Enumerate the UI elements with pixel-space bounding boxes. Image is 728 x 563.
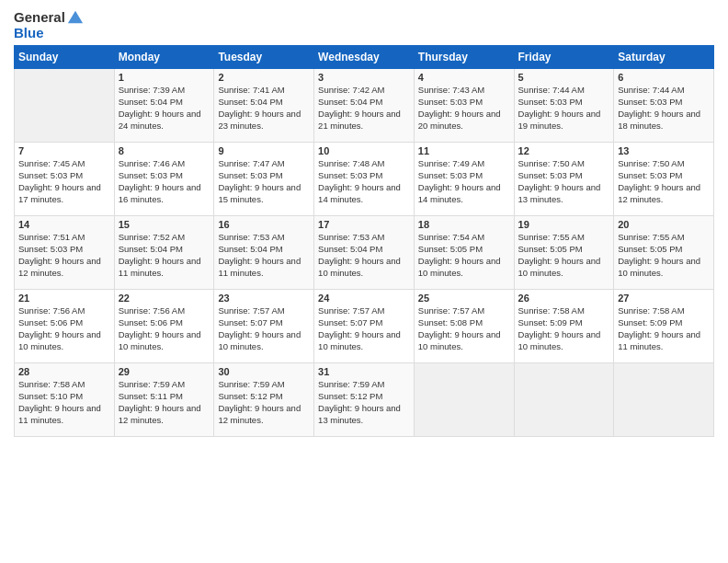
- daylight: Daylight: 9 hours and 14 minutes.: [318, 182, 401, 204]
- day-header-thursday: Thursday: [414, 45, 514, 68]
- daylight: Daylight: 9 hours and 10 minutes.: [618, 256, 700, 278]
- sunrise: Sunrise: 7:52 AM: [119, 232, 185, 242]
- calendar-week-4: 21 Sunrise: 7:56 AM Sunset: 5:06 PM Dayl…: [15, 289, 714, 362]
- sunrise: Sunrise: 7:47 AM: [218, 158, 284, 168]
- svg-marker-0: [68, 11, 83, 23]
- sunrise: Sunrise: 7:56 AM: [18, 305, 85, 316]
- sunrise: Sunrise: 7:53 AM: [218, 232, 284, 242]
- sunrise: Sunrise: 7:56 AM: [119, 305, 185, 316]
- day-number: 22: [119, 293, 210, 304]
- day-info: Sunrise: 7:55 AM Sunset: 5:05 PM Dayligh…: [518, 231, 610, 280]
- daylight: Daylight: 9 hours and 11 minutes.: [119, 256, 201, 278]
- day-info: Sunrise: 7:56 AM Sunset: 5:06 PM Dayligh…: [119, 304, 210, 353]
- calendar-cell: 6 Sunrise: 7:44 AM Sunset: 5:03 PM Dayli…: [614, 68, 714, 142]
- day-info: Sunrise: 7:59 AM Sunset: 5:12 PM Dayligh…: [218, 378, 310, 427]
- daylight: Daylight: 9 hours and 11 minutes.: [218, 256, 301, 278]
- day-number: 12: [518, 145, 610, 156]
- day-number: 18: [418, 219, 510, 230]
- daylight: Daylight: 9 hours and 10 minutes.: [318, 256, 401, 278]
- calendar-cell: 18 Sunrise: 7:54 AM Sunset: 5:05 PM Dayl…: [414, 215, 514, 289]
- calendar-cell: 9 Sunrise: 7:47 AM Sunset: 5:03 PM Dayli…: [214, 142, 314, 215]
- daylight: Daylight: 9 hours and 13 minutes.: [318, 403, 401, 425]
- day-info: Sunrise: 7:59 AM Sunset: 5:12 PM Dayligh…: [318, 378, 410, 427]
- sunrise: Sunrise: 7:59 AM: [119, 379, 185, 389]
- calendar-cell: 24 Sunrise: 7:57 AM Sunset: 5:07 PM Dayl…: [314, 289, 415, 362]
- daylight: Daylight: 9 hours and 15 minutes.: [218, 182, 301, 204]
- sunrise: Sunrise: 7:42 AM: [318, 85, 384, 95]
- calendar-cell: 14 Sunrise: 7:51 AM Sunset: 5:03 PM Dayl…: [15, 215, 115, 289]
- day-info: Sunrise: 7:52 AM Sunset: 5:04 PM Dayligh…: [119, 231, 210, 280]
- daylight: Daylight: 9 hours and 14 minutes.: [418, 182, 501, 204]
- sunset: Sunset: 5:03 PM: [618, 170, 682, 180]
- daylight: Daylight: 9 hours and 10 minutes.: [218, 329, 301, 351]
- day-number: 15: [119, 219, 210, 230]
- calendar-cell: 26 Sunrise: 7:58 AM Sunset: 5:09 PM Dayl…: [514, 289, 614, 362]
- sunset: Sunset: 5:05 PM: [618, 244, 682, 254]
- day-number: 3: [318, 72, 410, 83]
- day-number: 31: [318, 366, 410, 377]
- day-info: Sunrise: 7:48 AM Sunset: 5:03 PM Dayligh…: [318, 157, 410, 206]
- main-container: General Blue SundayMondayTuesdayWednesda…: [0, 0, 728, 563]
- daylight: Daylight: 9 hours and 10 minutes.: [119, 329, 201, 351]
- day-number: 23: [218, 293, 310, 304]
- sunrise: Sunrise: 7:50 AM: [518, 158, 585, 168]
- day-info: Sunrise: 7:47 AM Sunset: 5:03 PM Dayligh…: [218, 157, 310, 206]
- calendar-week-2: 7 Sunrise: 7:45 AM Sunset: 5:03 PM Dayli…: [15, 142, 714, 215]
- sunrise: Sunrise: 7:46 AM: [119, 158, 185, 168]
- day-number: 16: [218, 219, 310, 230]
- day-info: Sunrise: 7:57 AM Sunset: 5:07 PM Dayligh…: [318, 304, 410, 353]
- calendar-cell: 28 Sunrise: 7:58 AM Sunset: 5:10 PM Dayl…: [15, 362, 115, 436]
- calendar-cell: [614, 362, 714, 436]
- sunset: Sunset: 5:05 PM: [418, 244, 483, 254]
- calendar-cell: 20 Sunrise: 7:55 AM Sunset: 5:05 PM Dayl…: [614, 215, 714, 289]
- day-number: 13: [618, 145, 710, 156]
- sunrise: Sunrise: 7:49 AM: [418, 158, 484, 168]
- day-number: 30: [218, 366, 310, 377]
- day-info: Sunrise: 7:57 AM Sunset: 5:08 PM Dayligh…: [418, 304, 510, 353]
- sunset: Sunset: 5:11 PM: [119, 391, 183, 401]
- day-header-monday: Monday: [114, 45, 214, 68]
- sunset: Sunset: 5:03 PM: [518, 170, 583, 180]
- day-number: 8: [119, 145, 210, 156]
- sunset: Sunset: 5:03 PM: [418, 97, 483, 107]
- logo-blue: Blue: [14, 26, 84, 41]
- daylight: Daylight: 9 hours and 24 minutes.: [119, 109, 201, 131]
- calendar-table: SundayMondayTuesdayWednesdayThursdayFrid…: [14, 45, 714, 437]
- logo: General Blue: [14, 9, 714, 41]
- logo-general: General: [14, 10, 65, 26]
- day-number: 26: [518, 293, 610, 304]
- day-number: 2: [218, 72, 310, 83]
- calendar-cell: 7 Sunrise: 7:45 AM Sunset: 5:03 PM Dayli…: [15, 142, 115, 215]
- day-number: 24: [318, 293, 410, 304]
- daylight: Daylight: 9 hours and 20 minutes.: [418, 109, 501, 131]
- calendar-cell: 22 Sunrise: 7:56 AM Sunset: 5:06 PM Dayl…: [114, 289, 214, 362]
- day-info: Sunrise: 7:58 AM Sunset: 5:09 PM Dayligh…: [518, 304, 610, 353]
- days-header-row: SundayMondayTuesdayWednesdayThursdayFrid…: [15, 45, 714, 68]
- sunset: Sunset: 5:03 PM: [18, 244, 83, 254]
- daylight: Daylight: 9 hours and 19 minutes.: [518, 109, 601, 131]
- day-info: Sunrise: 7:55 AM Sunset: 5:05 PM Dayligh…: [618, 231, 710, 280]
- sunset: Sunset: 5:07 PM: [318, 317, 382, 327]
- sunset: Sunset: 5:09 PM: [618, 317, 682, 327]
- day-number: 27: [618, 293, 710, 304]
- day-number: 7: [18, 145, 110, 156]
- sunset: Sunset: 5:07 PM: [218, 317, 282, 327]
- day-info: Sunrise: 7:51 AM Sunset: 5:03 PM Dayligh…: [18, 231, 110, 280]
- day-info: Sunrise: 7:42 AM Sunset: 5:04 PM Dayligh…: [318, 84, 410, 132]
- daylight: Daylight: 9 hours and 13 minutes.: [518, 182, 601, 204]
- sunset: Sunset: 5:04 PM: [119, 97, 183, 107]
- sunset: Sunset: 5:03 PM: [518, 97, 583, 107]
- sunrise: Sunrise: 7:45 AM: [18, 158, 85, 168]
- day-number: 4: [418, 72, 510, 83]
- sunrise: Sunrise: 7:57 AM: [218, 305, 284, 316]
- daylight: Daylight: 9 hours and 11 minutes.: [618, 329, 700, 351]
- calendar-cell: 12 Sunrise: 7:50 AM Sunset: 5:03 PM Dayl…: [514, 142, 614, 215]
- sunrise: Sunrise: 7:43 AM: [418, 85, 484, 95]
- sunrise: Sunrise: 7:44 AM: [518, 85, 585, 95]
- sunset: Sunset: 5:09 PM: [518, 317, 583, 327]
- day-info: Sunrise: 7:44 AM Sunset: 5:03 PM Dayligh…: [618, 84, 710, 132]
- calendar-cell: 10 Sunrise: 7:48 AM Sunset: 5:03 PM Dayl…: [314, 142, 415, 215]
- calendar-cell: 16 Sunrise: 7:53 AM Sunset: 5:04 PM Dayl…: [214, 215, 314, 289]
- daylight: Daylight: 9 hours and 10 minutes.: [518, 256, 601, 278]
- day-header-sunday: Sunday: [15, 45, 115, 68]
